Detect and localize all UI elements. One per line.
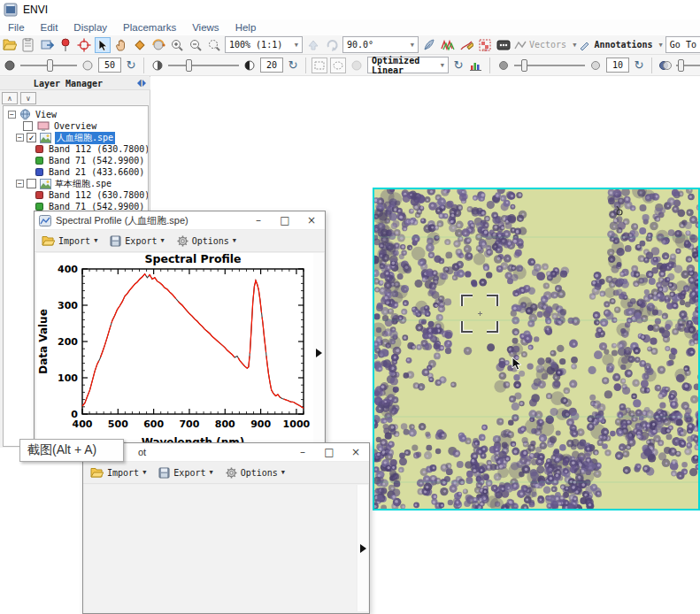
plot-params-expander[interactable]	[358, 485, 368, 611]
stretch-reset-icon[interactable]: ↻	[451, 58, 465, 72]
histogram-stretch-icon[interactable]	[468, 58, 484, 73]
file1-checkbox[interactable]: ✓	[27, 133, 36, 142]
zoom-box-icon[interactable]	[206, 37, 222, 53]
import-label: Import	[107, 468, 139, 478]
maximize-button[interactable]: □	[316, 443, 342, 461]
tree-item-overview[interactable]: Overview	[23, 120, 96, 132]
chevron-down-icon: ▼	[209, 469, 212, 476]
minimize-button[interactable]: –	[245, 211, 272, 229]
open-file-icon[interactable]	[2, 37, 18, 53]
goto-combobox[interactable]: Go To▼	[665, 36, 700, 53]
menu-help[interactable]: Help	[227, 22, 265, 33]
svg-text:500: 500	[108, 418, 128, 430]
zoom-out-icon[interactable]	[188, 37, 204, 53]
import-menu-button[interactable]: Import▼	[90, 467, 146, 479]
fly-tool-icon[interactable]	[132, 37, 148, 53]
collapse-all-button[interactable]: ∧	[2, 92, 18, 104]
brightness-input[interactable]	[98, 58, 121, 73]
minimize-button[interactable]: –	[289, 443, 316, 461]
empty-plot-area[interactable]	[85, 485, 356, 611]
menu-display[interactable]: Display	[65, 22, 115, 33]
zoom-level-value: 100% (1:1)	[229, 40, 282, 50]
plot-window-icon	[39, 215, 51, 226]
export-menu-button[interactable]: Export▼	[110, 235, 164, 247]
import-folder-icon	[42, 235, 55, 247]
rotation-combobox[interactable]: 90.0°▼	[342, 36, 419, 53]
tree-item-band[interactable]: Band 112 (630.7800)	[35, 143, 149, 155]
plot-window-titlebar[interactable]: ot – □ ×	[83, 443, 369, 462]
vectors-label: Vectors	[529, 40, 566, 50]
file2-checkbox[interactable]	[27, 179, 36, 188]
expand-all-button[interactable]: ∨	[20, 92, 36, 104]
stretch-ellipse-icon[interactable]	[330, 58, 346, 73]
spectral-line-icon[interactable]	[440, 37, 456, 53]
export-disk-icon	[110, 235, 121, 247]
menu-file[interactable]: File	[0, 22, 33, 33]
collapse-expander-icon[interactable]: −	[16, 180, 24, 188]
transparency-slider[interactable]	[676, 58, 700, 73]
vectors-dropdown[interactable]: Vectors▼	[514, 40, 576, 50]
layer-manager-title: Layer Manager	[0, 79, 136, 88]
svg-text:300: 300	[58, 300, 78, 311]
collapse-expander-icon[interactable]: −	[16, 134, 24, 142]
pan-hand-icon[interactable]	[113, 37, 129, 53]
menu-edit[interactable]: Edit	[33, 22, 66, 33]
envi-application: ENVI File Edit Display Placemarks Views …	[0, 0, 700, 614]
chip-view-icon[interactable]	[39, 37, 55, 53]
image-view-canvas[interactable]	[373, 188, 700, 510]
placemark-pin-icon[interactable]	[58, 37, 73, 53]
tree-item-band[interactable]: Band 112 (630.7800)	[35, 189, 149, 201]
options-menu-button[interactable]: Options▼	[177, 235, 236, 247]
zoom-level-combobox[interactable]: 100% (1:1)▼	[225, 36, 303, 53]
brightness-reset-icon[interactable]: ↻	[124, 58, 138, 72]
feather-tool-icon[interactable]	[421, 37, 437, 53]
crosshair-icon[interactable]	[76, 37, 92, 53]
roi-tool-icon[interactable]: roi	[477, 37, 493, 53]
spectral-window-titlebar[interactable]: Spectral Profile (人血细胞.spe) – □ ×	[35, 211, 325, 230]
dock-pin-icon[interactable]	[136, 79, 147, 88]
export-menu-button[interactable]: Export▼	[158, 467, 212, 479]
menu-placemarks[interactable]: Placemarks	[115, 22, 184, 33]
stretch-apply-icon[interactable]	[349, 58, 365, 73]
tree-item-file2[interactable]: − 草本细胞.spe	[16, 178, 112, 189]
layer-manager-header[interactable]: Layer Manager	[0, 77, 150, 90]
brightness-slider[interactable]	[20, 58, 77, 73]
rotate-up-icon[interactable]	[305, 37, 321, 53]
tree-item-file1[interactable]: − ✓ 人血细胞.spe	[16, 132, 115, 143]
rotate-free-icon[interactable]	[324, 37, 340, 53]
options-menu-button[interactable]: Options▼	[226, 467, 285, 479]
contrast-slider[interactable]	[168, 58, 239, 73]
contrast-input[interactable]	[260, 58, 283, 73]
data-manager-icon[interactable]	[20, 37, 36, 53]
import-menu-button[interactable]: Import▼	[42, 235, 97, 247]
sharpen-reset-icon[interactable]: ↻	[632, 58, 646, 72]
raster-file-icon	[40, 133, 51, 143]
plot-params-expander[interactable]	[313, 253, 324, 452]
close-button[interactable]: ×	[298, 211, 325, 229]
tree-item-band[interactable]: Band 71 (542.9900)	[35, 155, 144, 166]
spectral-profile-chart[interactable]: Spectral Profile400500600700800900100001…	[36, 253, 314, 453]
tree-item-view[interactable]: − View	[8, 109, 57, 120]
collapse-expander-icon[interactable]: −	[8, 111, 16, 119]
stretch-type-combobox[interactable]: Optimized Linear▼	[367, 57, 449, 73]
sharpen-slider[interactable]	[514, 58, 585, 73]
close-button[interactable]: ×	[342, 443, 369, 461]
annotations-dropdown[interactable]: Annotations▼	[579, 40, 662, 50]
sharpen-low-icon	[496, 58, 512, 73]
contrast-reset-icon[interactable]: ↻	[286, 58, 300, 72]
gcp-tool-icon[interactable]	[496, 37, 512, 53]
orbit-tool-icon[interactable]	[150, 37, 166, 53]
chevron-down-icon: ▼	[142, 469, 146, 476]
maximize-button[interactable]: □	[272, 211, 298, 229]
chevron-down-icon: ▼	[573, 42, 576, 49]
sharpen-input[interactable]	[606, 58, 629, 73]
menu-views[interactable]: Views	[184, 22, 227, 33]
zoom-in-icon[interactable]	[169, 37, 185, 53]
overview-checkbox[interactable]	[23, 121, 33, 131]
chevron-down-icon: ▼	[94, 237, 97, 244]
draw-tool-icon[interactable]	[458, 37, 474, 53]
select-cursor-icon[interactable]	[95, 37, 111, 53]
stretch-rect-icon[interactable]	[312, 58, 327, 73]
tree-item-band[interactable]: Band 21 (433.6600)	[35, 166, 144, 178]
svg-text:900: 900	[250, 418, 271, 430]
